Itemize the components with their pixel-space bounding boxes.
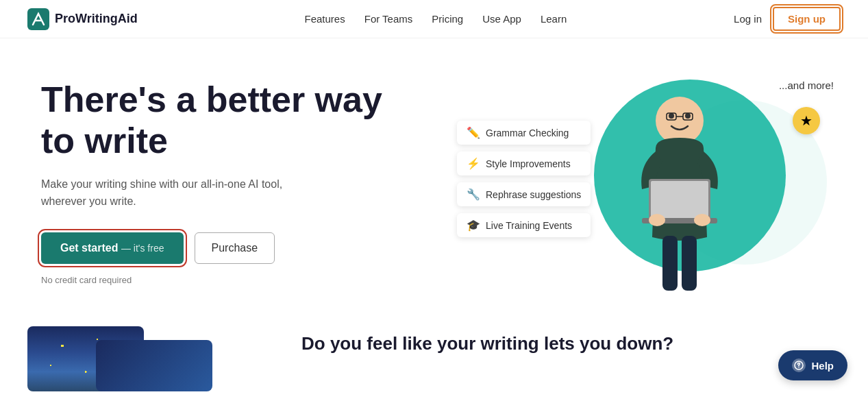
star-badge: ★	[793, 107, 820, 134]
svg-point-11	[694, 214, 710, 226]
and-more-label: ...and more!	[779, 80, 834, 91]
feature-pill-style: ⚡ Style Improvements	[457, 151, 591, 175]
logo-icon	[27, 8, 49, 30]
get-started-button[interactable]: Get started — it's free	[41, 232, 184, 264]
svg-point-3	[685, 113, 691, 119]
hero-subtitle: Make your writing shine with our all-in-…	[41, 175, 295, 210]
image-card-2-bg	[96, 340, 212, 391]
svg-point-1	[656, 97, 704, 145]
bottom-section: Do you feel like your writing lets you d…	[0, 313, 868, 401]
hero-title: There's a better way to write	[41, 80, 384, 162]
logo[interactable]: ProWritingAid	[27, 8, 138, 30]
hero-right: ★ ...and more!	[457, 66, 841, 299]
feature-pill-rephrase: 🔧 Rephrase suggestions	[457, 182, 591, 206]
logo-text: ProWritingAid	[55, 12, 138, 26]
hero-buttons: Get started — it's free Purchase	[41, 232, 384, 264]
svg-rect-8	[651, 181, 708, 218]
nav-item-use-app[interactable]: Use App	[482, 13, 521, 25]
main-nav: ProWritingAid Features For Teams Pricing…	[0, 0, 868, 38]
nav-actions: Log in Sign up	[734, 7, 841, 31]
style-icon: ⚡	[467, 157, 480, 170]
nav-item-pricing[interactable]: Pricing	[432, 13, 463, 25]
svg-rect-12	[662, 236, 678, 291]
svg-point-2	[669, 113, 674, 119]
hero-left: There's a better way to write Make your …	[41, 80, 384, 285]
person-illustration	[611, 66, 776, 299]
no-card-text: No credit card required	[41, 275, 384, 285]
bottom-text-area: Do you feel like your writing lets you d…	[301, 326, 827, 354]
feature-pills: ✏️ Grammar Checking ⚡ Style Improvements…	[457, 121, 591, 237]
signup-button[interactable]: Sign up	[773, 7, 841, 31]
help-icon	[792, 359, 806, 372]
hero-section: There's a better way to write Make your …	[0, 38, 868, 313]
nav-item-learn[interactable]: Learn	[541, 13, 567, 25]
bottom-image-area	[27, 326, 260, 395]
image-card-2	[96, 340, 212, 391]
bottom-heading: Do you feel like your writing lets you d…	[301, 333, 827, 354]
nav-links: Features For Teams Pricing Use App Learn	[305, 13, 567, 25]
rephrase-icon: 🔧	[467, 188, 480, 201]
grammar-icon: ✏️	[467, 126, 480, 139]
login-link[interactable]: Log in	[734, 13, 762, 25]
feature-pill-grammar: ✏️ Grammar Checking	[457, 121, 591, 145]
feature-pill-training: 🎓 Live Training Events	[457, 213, 591, 237]
nav-item-features[interactable]: Features	[305, 13, 345, 25]
help-button[interactable]: Help	[778, 350, 847, 380]
svg-rect-0	[27, 8, 49, 30]
purchase-button[interactable]: Purchase	[195, 232, 275, 264]
svg-point-10	[649, 214, 665, 226]
nav-item-for-teams[interactable]: For Teams	[364, 13, 413, 25]
training-icon: 🎓	[467, 219, 480, 232]
svg-point-15	[799, 367, 800, 368]
svg-rect-13	[682, 236, 697, 291]
